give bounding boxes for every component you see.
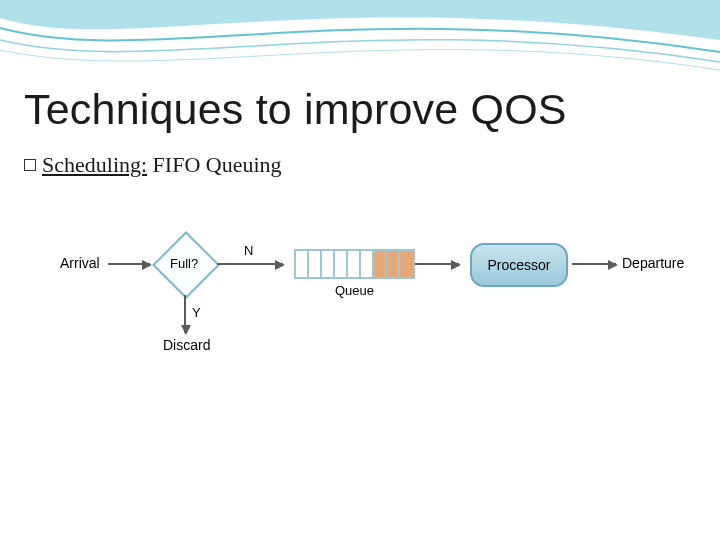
no-label: N: [244, 243, 253, 258]
queue-label: Queue: [335, 283, 374, 298]
discard-label: Discard: [163, 337, 210, 353]
departure-label: Departure: [622, 255, 684, 271]
queue-cell: [309, 251, 322, 277]
queue-cell-filled: [387, 251, 400, 277]
slide-title: Techniques to improve QOS: [24, 85, 567, 134]
fifo-diagram: Arrival Full? N Y Discard Queue: [60, 205, 660, 375]
yes-label: Y: [192, 305, 201, 320]
arrow-yes: [184, 295, 186, 333]
queue-box: [294, 249, 415, 279]
arrival-label: Arrival: [60, 255, 100, 271]
queue-cell: [322, 251, 335, 277]
subtitle-underlined: Scheduling:: [42, 152, 147, 177]
decorative-swoosh: [0, 0, 720, 90]
processor-box: Processor: [470, 243, 568, 287]
arrow-departure: [572, 263, 616, 265]
bullet-icon: [24, 159, 36, 171]
arrow-no: [217, 263, 283, 265]
subtitle-row: Scheduling: FIFO Queuing: [24, 152, 282, 178]
subtitle-rest: FIFO Queuing: [147, 152, 281, 177]
queue-cell-filled: [400, 251, 413, 277]
queue-cell: [335, 251, 348, 277]
queue-cell: [296, 251, 309, 277]
decision-label: Full?: [170, 256, 198, 271]
slide-subtitle: Scheduling: FIFO Queuing: [42, 152, 282, 178]
slide: Techniques to improve QOS Scheduling: FI…: [0, 0, 720, 540]
queue-cell-filled: [374, 251, 387, 277]
arrow-to-processor: [415, 263, 459, 265]
queue-cell: [348, 251, 361, 277]
queue-cell: [361, 251, 374, 277]
arrow-arrival: [108, 263, 150, 265]
processor-label: Processor: [487, 257, 550, 273]
